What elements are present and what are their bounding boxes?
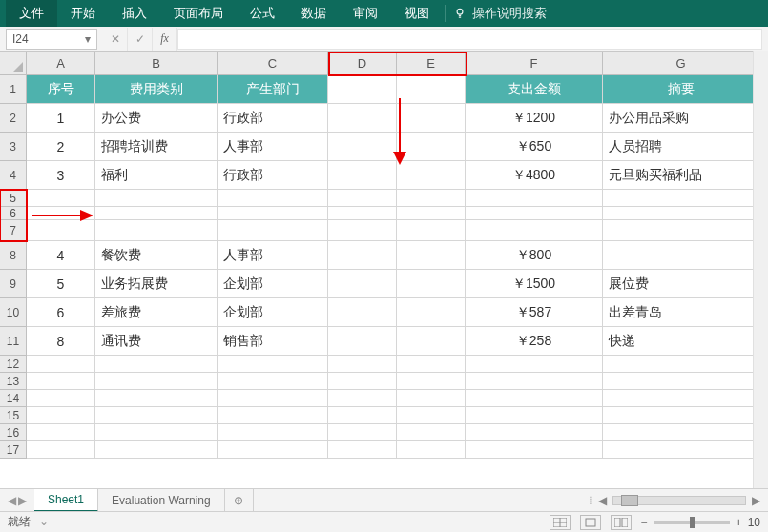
cell[interactable] [328,356,397,373]
cell[interactable]: 元旦购买福利品 [603,161,759,190]
hscroll-left-icon[interactable]: ◀ [598,494,607,507]
formula-input[interactable] [177,29,762,50]
cell[interactable] [95,373,218,390]
row-header-16[interactable]: 16 [0,424,27,441]
cell[interactable] [218,207,328,220]
cell[interactable] [603,390,759,407]
cell[interactable] [95,220,218,241]
cell[interactable] [397,390,466,407]
zoom-slider[interactable] [654,521,730,524]
cancel-icon[interactable]: ✕ [103,28,128,51]
row-header-3[interactable]: 3 [0,133,27,161]
row-header-11[interactable]: 11 [0,327,27,356]
view-normal-button[interactable] [550,515,571,530]
col-header-G[interactable]: G [603,52,759,75]
zoom-knob[interactable] [690,517,695,528]
cell[interactable] [603,441,759,459]
fx-icon[interactable]: fx [153,28,177,51]
cell[interactable] [466,424,603,441]
cell[interactable]: 8 [27,327,95,356]
row-header-8[interactable]: 8 [0,241,27,270]
cell[interactable] [218,373,328,390]
cell[interactable] [397,373,466,390]
cell[interactable] [27,441,95,459]
cell[interactable] [328,241,397,270]
row-header-7[interactable]: 7 [0,220,27,241]
cell[interactable] [95,441,218,459]
cell[interactable] [218,220,328,241]
tab-file[interactable]: 文件 [6,0,57,27]
cell[interactable] [95,356,218,373]
cell[interactable] [328,298,397,327]
row-header-1[interactable]: 1 [0,75,27,104]
cell[interactable] [397,220,466,241]
cell[interactable] [397,190,466,207]
cell[interactable] [95,207,218,220]
row-header-14[interactable]: 14 [0,390,27,407]
tab-review[interactable]: 审阅 [340,0,391,27]
cell[interactable] [603,190,759,207]
cell[interactable] [603,373,759,390]
cell[interactable] [397,441,466,459]
cell[interactable] [328,390,397,407]
cell[interactable] [27,207,95,220]
cell[interactable]: 3 [27,161,95,190]
cell[interactable] [328,75,397,104]
cell[interactable]: 产生部门 [218,75,328,104]
row-header-10[interactable]: 10 [0,298,27,327]
tab-data[interactable]: 数据 [288,0,340,27]
cell[interactable] [397,161,466,190]
view-page-layout-button[interactable] [580,515,601,530]
cell[interactable]: ￥1200 [466,104,603,133]
cell[interactable]: ￥587 [466,298,603,327]
cell[interactable] [95,407,218,424]
tell-me[interactable]: 操作说明搜索 [453,5,547,22]
zoom-in-button[interactable]: + [736,516,742,529]
cell[interactable]: 快递 [603,327,759,356]
hscroll-track[interactable] [612,496,746,505]
row-header-17[interactable]: 17 [0,441,27,459]
cell[interactable] [328,133,397,161]
cell[interactable] [603,241,759,270]
cell[interactable] [397,407,466,424]
cell[interactable] [397,298,466,327]
cell[interactable] [603,424,759,441]
select-all-corner[interactable] [0,52,27,75]
cell[interactable]: 1 [27,104,95,133]
cell[interactable] [397,104,466,133]
cell[interactable]: 6 [27,298,95,327]
row-header-9[interactable]: 9 [0,270,27,298]
cell[interactable] [603,220,759,241]
cell[interactable] [27,373,95,390]
cell[interactable] [603,356,759,373]
cell[interactable]: 5 [27,270,95,298]
cell[interactable] [328,441,397,459]
cell[interactable] [218,407,328,424]
cell[interactable] [27,390,95,407]
cell[interactable]: 企划部 [218,298,328,327]
cell[interactable] [218,390,328,407]
tab-view[interactable]: 视图 [391,0,443,27]
sheet-nav-prev-icon[interactable]: ◀ [8,494,16,507]
tab-insert[interactable]: 插入 [109,0,160,27]
cell[interactable]: 费用类别 [95,75,218,104]
cell[interactable]: 序号 [27,75,95,104]
sheet-nav-next-icon[interactable]: ▶ [18,494,27,507]
cell[interactable]: ￥1500 [466,270,603,298]
sheet-tab-sheet1[interactable]: Sheet1 [34,489,98,512]
cell[interactable] [218,190,328,207]
cell[interactable] [397,424,466,441]
row-header-15[interactable]: 15 [0,407,27,424]
cell[interactable] [603,207,759,220]
cell[interactable]: 出差青岛 [603,298,759,327]
cell[interactable]: ￥4800 [466,161,603,190]
cell[interactable]: ￥800 [466,241,603,270]
tab-page-layout[interactable]: 页面布局 [160,0,237,27]
cell[interactable] [466,220,603,241]
cell[interactable]: 办公费 [95,104,218,133]
cell[interactable] [328,161,397,190]
cell[interactable]: 展位费 [603,270,759,298]
row-header-5[interactable]: 5 [0,190,27,207]
col-header-B[interactable]: B [95,52,218,75]
enter-icon[interactable]: ✓ [128,28,153,51]
